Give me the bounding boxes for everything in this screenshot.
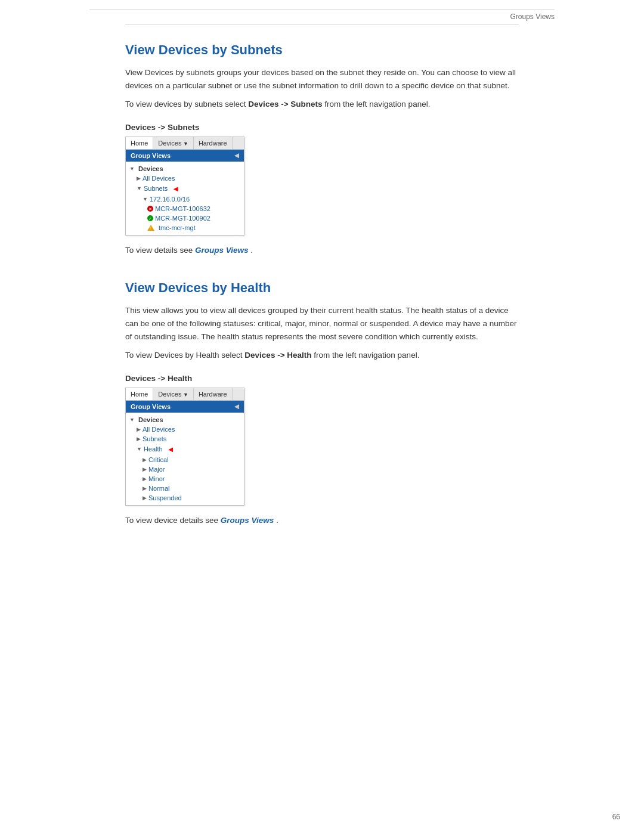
tree-minor-2: ▶ Minor	[126, 474, 244, 484]
nav-bar-1: Home Devices Hardware	[126, 137, 244, 150]
health-red-arrow-2: ◄	[167, 445, 175, 454]
nav-hardware-2: Hardware	[194, 388, 233, 400]
ok-icon-1	[147, 215, 153, 221]
error-icon-1	[147, 206, 153, 212]
section2-title: View Devices by Health	[125, 280, 519, 296]
subnet-ip-label-1: 172.16.0.0/16	[150, 196, 190, 203]
tree-subnets-2: ▶ Subnets	[126, 434, 244, 444]
panel-close-2: ◀	[234, 403, 239, 410]
tree-normal-2: ▶ Normal	[126, 484, 244, 493]
page-header-breadcrumb: Groups Views	[89, 10, 555, 21]
subnet-ip-arrow-1: ▼	[143, 196, 148, 202]
section1-para2-bold: Devices -> Subnets	[248, 100, 322, 109]
section1-footer-suffix: .	[249, 246, 253, 255]
tree-subnet-ip-1: ▼ 172.16.0.0/16	[126, 194, 244, 204]
devices-arrow-1: ▼	[129, 166, 135, 172]
nav-home-2: Home	[126, 388, 153, 400]
suspended-arrow-2: ▶	[143, 495, 147, 501]
nav-devices-2: Devices	[153, 388, 194, 400]
tree-all-devices-1: ▶ All Devices	[126, 174, 244, 183]
panel-body-1: ▼ Devices ▶ All Devices ▼ Subnets ◄ ▼ 17…	[126, 162, 244, 235]
section2-para2: To view Devices by Health select Devices…	[125, 349, 519, 362]
device-warn-label-1: tmc-mcr-mgt	[159, 224, 196, 231]
device-ok-label-1: MCR-MGT-100902	[155, 215, 210, 222]
minor-arrow-2: ▶	[143, 476, 147, 482]
section1-footer-prefix: To view details see	[125, 246, 195, 255]
section2-para2-suffix: from the left navigation panel.	[312, 351, 420, 360]
section1-para1: View Devices by subnets groups your devi…	[125, 66, 519, 92]
normal-label-2: Normal	[148, 485, 169, 492]
breadcrumb-text: Groups Views	[510, 13, 555, 21]
section1-subsection-label: Devices -> Subnets	[125, 123, 519, 132]
nav-home-1: Home	[126, 137, 153, 149]
section1-para2-suffix: from the left navigation panel.	[323, 100, 431, 109]
tree-devices-header-1: ▼ Devices	[126, 164, 244, 174]
section2-para2-prefix: To view Devices by Health select	[125, 351, 244, 360]
section2-para2-bold: Devices -> Health	[244, 351, 311, 360]
panel-title-1: Group Views	[131, 152, 171, 159]
major-label-2: Major	[148, 466, 165, 473]
section1-footer: To view details see Groups Views .	[125, 244, 519, 257]
section1-para2-prefix: To view devices by subnets select	[125, 100, 248, 109]
section2-groups-views-link[interactable]: Groups Views	[221, 516, 274, 525]
section2-subsection-label: Devices -> Health	[125, 374, 519, 383]
devices-arrow-2: ▼	[129, 417, 135, 423]
subnets-label-2: Subnets	[143, 435, 166, 442]
major-arrow-2: ▶	[143, 466, 147, 472]
subnets-arrow-1: ▼	[137, 185, 142, 191]
subnets-label-1: Subnets	[144, 185, 168, 192]
tree-health-2: ▼ Health ◄	[126, 444, 244, 455]
health-label-2: Health	[144, 445, 163, 453]
top-divider	[125, 24, 519, 24]
panel-close-1: ◀	[234, 152, 239, 159]
tree-device-ok-1: MCR-MGT-100902	[126, 213, 244, 223]
critical-arrow-2: ▶	[143, 457, 147, 463]
tree-major-2: ▶ Major	[126, 465, 244, 474]
all-devices-arrow-2: ▶	[137, 426, 141, 432]
section2-footer-suffix: .	[274, 516, 278, 525]
tree-all-devices-2: ▶ All Devices	[126, 425, 244, 434]
tree-device-warn-1: tmc-mcr-mgt	[126, 223, 244, 233]
tree-subnets-1: ▼ Subnets ◄	[126, 183, 244, 194]
suspended-label-2: Suspended	[148, 494, 182, 501]
panel-title-2: Group Views	[131, 403, 171, 410]
panel-header-2: Group Views ◀	[126, 401, 244, 413]
critical-label-2: Critical	[148, 456, 169, 463]
section2-footer: To view device details see Groups Views …	[125, 514, 519, 527]
section1-nav-screenshot: Home Devices Hardware Group Views ◀ ▼ De…	[125, 137, 244, 236]
section1-groups-views-link[interactable]: Groups Views	[195, 246, 249, 255]
page-container: Groups Views View Devices by Subnets Vie…	[89, 0, 555, 568]
all-devices-arrow-1: ▶	[137, 175, 141, 181]
section1-title: View Devices by Subnets	[125, 42, 519, 58]
tree-devices-header-2: ▼ Devices	[126, 415, 244, 425]
health-arrow-2: ▼	[137, 446, 142, 452]
nav-devices-1: Devices	[153, 137, 194, 149]
section2-para1: This view allows you to view all devices…	[125, 304, 519, 343]
tree-suspended-2: ▶ Suspended	[126, 493, 244, 503]
panel-body-2: ▼ Devices ▶ All Devices ▶ Subnets ▼ Heal…	[126, 413, 244, 505]
device-error-label-1: MCR-MGT-100632	[155, 205, 210, 212]
section2-nav-screenshot: Home Devices Hardware Group Views ◀ ▼ De…	[125, 388, 244, 506]
minor-label-2: Minor	[148, 475, 165, 482]
subnets-arrow-2: ▶	[137, 436, 141, 442]
section2-footer-prefix: To view device details see	[125, 516, 221, 525]
warn-icon-1	[147, 225, 154, 231]
panel-header-1: Group Views ◀	[126, 150, 244, 162]
tree-device-error-1: MCR-MGT-100632	[126, 204, 244, 213]
all-devices-label-2: All Devices	[143, 426, 175, 433]
nav-bar-2: Home Devices Hardware	[126, 388, 244, 401]
tree-critical-2: ▶ Critical	[126, 455, 244, 465]
subnets-red-arrow-1: ◄	[172, 184, 179, 193]
section1-para2: To view devices by subnets select Device…	[125, 98, 519, 111]
normal-arrow-2: ▶	[143, 485, 147, 491]
nav-hardware-1: Hardware	[194, 137, 233, 149]
all-devices-label-1: All Devices	[143, 175, 175, 182]
